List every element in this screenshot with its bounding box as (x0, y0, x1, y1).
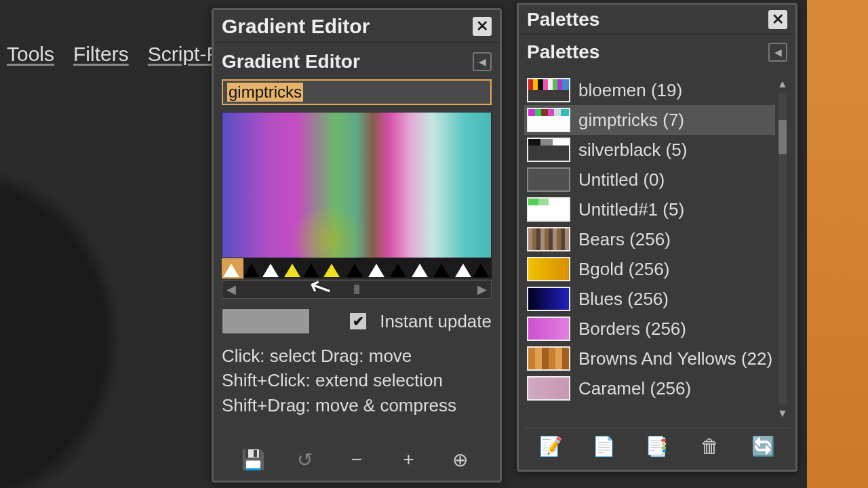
palette-row[interactable]: Bears (256) (524, 224, 790, 254)
color-swatch[interactable] (222, 308, 310, 334)
menu-filters[interactable]: Filters (73, 43, 129, 66)
scroll-thumb[interactable] (778, 120, 787, 154)
scroll-down-icon[interactable]: ▼ (777, 407, 788, 420)
save-icon[interactable]: 💾 (239, 445, 267, 474)
scroll-up-icon[interactable]: ▲ (777, 78, 788, 90)
gradient-midpoint-handle[interactable] (390, 264, 406, 277)
palette-row[interactable]: Blues (256) (524, 284, 790, 314)
palette-row[interactable]: Untitled#1 (5) (524, 195, 790, 224)
help-line-3: Shift+Drag: move & compress (222, 393, 492, 418)
gradient-handle-row[interactable] (222, 258, 492, 279)
palettes-list: bloemen (19) gimptricks (7) silverblack … (524, 75, 790, 422)
menu-tools[interactable]: Tools (7, 43, 54, 66)
zoom-fit-icon[interactable]: ⊕ (446, 445, 475, 474)
palette-thumbnail (527, 138, 570, 162)
palettes-window: Palettes ✕ Palettes ◀ bloemen (19) gimpt… (517, 3, 797, 472)
gradient-editor-toolbar: 💾 ↺ − + ⊕ (214, 445, 500, 474)
gradient-preview[interactable] (222, 112, 492, 258)
palette-row[interactable]: silverblack (5) (524, 135, 790, 165)
palette-thumbnail (527, 197, 570, 222)
gradient-scrollbar[interactable]: ◀ ▶ (222, 280, 492, 299)
gradient-editor-titlebar[interactable]: Gradient Editor ✕ (214, 10, 500, 43)
delete-palette-icon[interactable]: 🗑 (696, 432, 724, 461)
palettes-toolbar: 📝 📄 📑 🗑 🔄 (524, 428, 790, 464)
gradient-name-value: gimptricks (227, 83, 303, 102)
palette-thumbnail (527, 78, 570, 102)
instant-update-label: Instant update (380, 311, 492, 332)
scroll-thumb[interactable] (354, 285, 359, 294)
help-line-1: Click: select Drag: move (222, 344, 492, 368)
zoom-out-icon[interactable]: − (342, 445, 371, 474)
gradient-stop-handle[interactable] (368, 264, 384, 277)
palettes-title: Palettes (527, 9, 599, 30)
palette-row[interactable]: Caramel (256) (524, 373, 790, 403)
help-text: Click: select Drag: move Shift+Click: ex… (222, 344, 492, 418)
palettes-scrollbar[interactable]: ▲ ▼ (775, 75, 790, 422)
palette-thumbnail (527, 257, 570, 281)
palette-thumbnail (527, 376, 570, 401)
gradient-midpoint-handle[interactable] (347, 264, 363, 277)
gradient-editor-title: Gradient Editor (222, 15, 370, 38)
palette-label: Caramel (256) (578, 378, 691, 399)
scroll-right-icon[interactable]: ▶ (477, 282, 487, 297)
palette-thumbnail (527, 317, 570, 341)
palette-row[interactable]: Untitled (0) (524, 165, 790, 195)
gradient-name-input[interactable]: gimptricks (222, 79, 492, 105)
panel-menu-icon[interactable]: ◀ (473, 52, 492, 71)
background-orange-strip (807, 0, 868, 488)
palette-thumbnail (527, 346, 570, 371)
palette-label: Bgold (256) (578, 259, 669, 280)
help-line-2: Shift+Click: extend selection (222, 368, 492, 392)
palettes-panel-title: Palettes (527, 41, 599, 63)
scroll-left-icon[interactable]: ◀ (226, 282, 236, 297)
scroll-track[interactable] (778, 93, 787, 405)
zoom-in-icon[interactable]: + (394, 445, 422, 474)
palette-label: Untitled (0) (578, 169, 665, 190)
duplicate-palette-icon[interactable]: 📑 (643, 432, 671, 461)
gradient-stop-handle[interactable] (455, 264, 471, 277)
palette-label: gimptricks (7) (578, 110, 684, 131)
gradient-stop-handle[interactable] (223, 264, 239, 277)
close-icon[interactable]: ✕ (768, 10, 787, 29)
edit-palette-icon[interactable]: 📝 (536, 432, 565, 461)
instant-update-checkbox[interactable]: ✔ (350, 313, 366, 329)
palette-row[interactable]: Bgold (256) (524, 254, 790, 284)
revert-icon[interactable]: ↺ (291, 445, 319, 474)
background-curve (0, 68, 210, 488)
gradient-stop-handle[interactable] (412, 264, 428, 277)
palette-row[interactable]: Borders (256) (524, 314, 790, 344)
main-menubar: Tools Filters Script-Fu (0, 37, 237, 71)
palette-row[interactable]: bloemen (19) (524, 75, 790, 105)
palette-label: Untitled#1 (5) (578, 199, 684, 220)
gradient-stop-handle[interactable] (284, 264, 300, 277)
palette-label: Blues (256) (578, 289, 669, 310)
palette-label: Bears (256) (578, 229, 671, 250)
gradient-editor-window: Gradient Editor ✕ Gradient Editor ◀ gimp… (212, 8, 502, 483)
gradient-midpoint-handle[interactable] (433, 264, 450, 277)
gradient-stop-handle[interactable] (323, 264, 340, 277)
palette-thumbnail (527, 167, 570, 192)
new-palette-icon[interactable]: 📄 (590, 432, 618, 461)
palette-label: Borders (256) (578, 319, 686, 340)
palette-row[interactable]: gimptricks (7) (524, 105, 790, 135)
gradient-midpoint-handle[interactable] (473, 264, 489, 277)
gradient-midpoint-handle[interactable] (243, 264, 260, 277)
gradient-editor-panel-title: Gradient Editor (222, 51, 360, 73)
gradient-stop-handle[interactable] (262, 264, 279, 277)
panel-menu-icon[interactable]: ◀ (768, 43, 787, 62)
palette-row[interactable]: Browns And Yellows (22) (524, 344, 790, 373)
palette-thumbnail (527, 108, 570, 132)
palette-thumbnail (527, 227, 570, 251)
palette-label: bloemen (19) (578, 80, 682, 101)
palette-label: silverblack (5) (578, 140, 687, 161)
gradient-midpoint-handle[interactable] (303, 264, 319, 277)
close-icon[interactable]: ✕ (473, 17, 492, 36)
refresh-palettes-icon[interactable]: 🔄 (749, 432, 778, 461)
palette-label: Browns And Yellows (22) (578, 348, 772, 369)
palette-thumbnail (527, 287, 570, 311)
palettes-titlebar[interactable]: Palettes ✕ (519, 5, 795, 35)
